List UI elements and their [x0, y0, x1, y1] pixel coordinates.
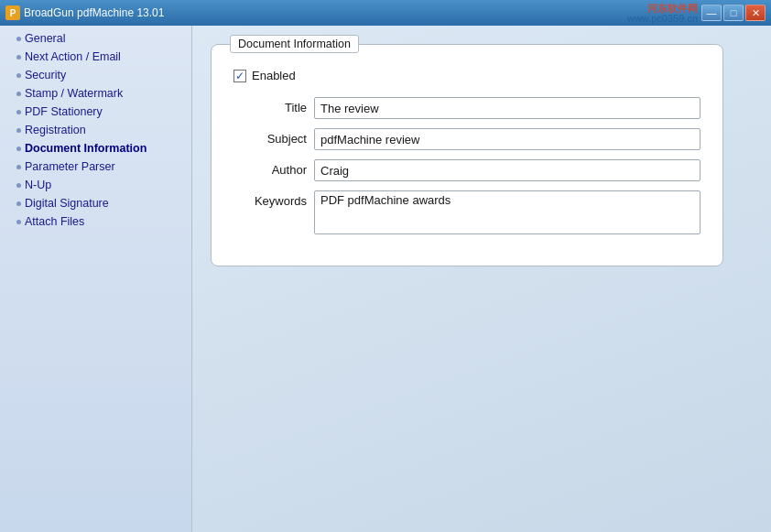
minimize-button[interactable]: — — [701, 5, 722, 21]
sidebar: General Next Action / Email Security Sta… — [0, 26, 192, 532]
document-information-panel: Document Information ✓ Enabled Title Sub… — [211, 44, 723, 266]
maximize-button[interactable]: □ — [723, 5, 744, 21]
main-container: General Next Action / Email Security Sta… — [0, 26, 771, 532]
watermark-line2: www.pc0359.cn — [627, 13, 698, 24]
dot-icon — [16, 165, 21, 169]
author-input[interactable] — [314, 159, 700, 181]
subject-row: Subject — [233, 128, 700, 150]
enabled-label: Enabled — [252, 69, 296, 82]
dot-icon — [16, 37, 21, 41]
dot-icon — [16, 201, 21, 206]
panel-title: Document Information — [230, 35, 359, 53]
dot-icon — [16, 55, 21, 60]
enabled-checkbox[interactable]: ✓ — [233, 70, 246, 82]
title-label: Title — [233, 97, 307, 114]
keywords-input[interactable] — [314, 190, 700, 234]
app-icon: P — [5, 5, 20, 20]
close-button[interactable]: ✕ — [745, 5, 766, 21]
sidebar-item-general[interactable]: General — [0, 29, 191, 48]
dot-icon — [16, 73, 21, 78]
dot-icon — [16, 128, 21, 133]
dot-icon — [16, 220, 21, 224]
sidebar-item-parameter-parser[interactable]: Parameter Parser — [0, 157, 191, 176]
window-controls: — □ ✕ — [701, 5, 766, 21]
keywords-label: Keywords — [233, 190, 307, 208]
checkmark-icon: ✓ — [235, 71, 244, 81]
keywords-row: Keywords — [233, 190, 700, 234]
sidebar-item-registration[interactable]: Registration — [0, 121, 191, 139]
sidebar-item-attach-files[interactable]: Attach Files — [0, 212, 191, 231]
subject-label: Subject — [233, 128, 307, 146]
subject-input[interactable] — [314, 128, 700, 150]
title-bar-text: BroadGun pdfMachine 13.01 — [24, 6, 698, 19]
sidebar-item-security[interactable]: Security — [0, 66, 191, 84]
dot-icon — [16, 147, 21, 151]
sidebar-item-nup[interactable]: N-Up — [0, 176, 191, 194]
content-area: Document Information ✓ Enabled Title Sub… — [192, 26, 771, 532]
enabled-row: ✓ Enabled — [233, 69, 700, 82]
dot-icon — [16, 183, 21, 188]
author-row: Author — [233, 159, 700, 181]
sidebar-item-next-action[interactable]: Next Action / Email — [0, 48, 191, 66]
dot-icon — [16, 110, 21, 114]
author-label: Author — [233, 159, 307, 177]
dot-icon — [16, 92, 21, 96]
title-row: Title — [233, 97, 700, 119]
sidebar-item-stamp[interactable]: Stamp / Watermark — [0, 84, 191, 103]
sidebar-item-digital-signature[interactable]: Digital Signature — [0, 194, 191, 212]
title-input[interactable] — [314, 97, 700, 119]
sidebar-item-document-information[interactable]: Document Information — [0, 139, 191, 157]
sidebar-item-pdf-stationery[interactable]: PDF Stationery — [0, 103, 191, 121]
